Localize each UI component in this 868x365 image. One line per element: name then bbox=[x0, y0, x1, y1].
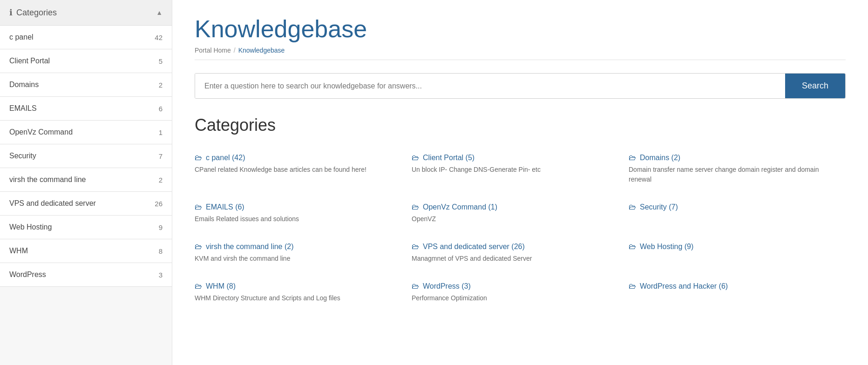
category-desc: KVM and virsh the command line bbox=[195, 254, 402, 264]
sidebar-item-count: 1 bbox=[159, 128, 163, 136]
category-link[interactable]: 🗁 Client Portal (5) bbox=[412, 154, 619, 162]
category-name: Web Hosting (9) bbox=[640, 243, 693, 251]
category-name: WordPress (3) bbox=[423, 282, 471, 291]
category-card: 🗁 WordPress (3) Performance Optimization bbox=[412, 275, 629, 314]
sidebar-item-label: WHM bbox=[9, 247, 28, 255]
categories-section-title: Categories bbox=[195, 115, 846, 135]
sidebar-item-label: EMAILS bbox=[9, 104, 37, 113]
folder-icon: 🗁 bbox=[629, 154, 636, 162]
category-card: 🗁 OpenVz Command (1) OpenVZ bbox=[412, 196, 629, 235]
folder-icon: 🗁 bbox=[629, 203, 636, 211]
category-name: EMAILS (6) bbox=[206, 203, 244, 211]
sidebar-item[interactable]: Web Hosting 9 bbox=[0, 216, 172, 239]
sidebar-item[interactable]: OpenVz Command 1 bbox=[0, 121, 172, 144]
sidebar-item[interactable]: WordPress 3 bbox=[0, 263, 172, 287]
sidebar-item-count: 5 bbox=[159, 57, 163, 65]
category-name: Domains (2) bbox=[640, 154, 680, 162]
sidebar-item[interactable]: c panel 42 bbox=[0, 26, 172, 49]
category-desc: WHM Directory Structure and Scripts and … bbox=[195, 293, 402, 303]
sidebar-item[interactable]: VPS and dedicated server 26 bbox=[0, 192, 172, 216]
sidebar-item-label: WordPress bbox=[9, 270, 46, 279]
sidebar-item-label: Security bbox=[9, 152, 36, 160]
folder-icon: 🗁 bbox=[412, 154, 419, 162]
sidebar-item-count: 7 bbox=[159, 152, 163, 160]
category-name: virsh the command line (2) bbox=[206, 243, 294, 251]
category-card: 🗁 Client Portal (5) Un block IP- Change … bbox=[412, 146, 629, 196]
sidebar-item-count: 2 bbox=[159, 81, 163, 89]
category-card: 🗁 WordPress and Hacker (6) bbox=[629, 275, 846, 314]
sidebar-item-label: Domains bbox=[9, 81, 39, 89]
category-link[interactable]: 🗁 Web Hosting (9) bbox=[629, 243, 836, 251]
sidebar-item-count: 42 bbox=[155, 34, 163, 41]
folder-icon: 🗁 bbox=[195, 243, 202, 251]
sidebar-item-count: 2 bbox=[159, 176, 163, 184]
category-desc: Un block IP- Change DNS-Generate Pin- et… bbox=[412, 165, 619, 175]
category-card: 🗁 Domains (2) Domain transfer name serve… bbox=[629, 146, 846, 196]
category-card: 🗁 Web Hosting (9) bbox=[629, 235, 846, 275]
category-link[interactable]: 🗁 WordPress and Hacker (6) bbox=[629, 282, 836, 291]
search-button[interactable]: Search bbox=[785, 74, 845, 98]
sidebar-item[interactable]: EMAILS 6 bbox=[0, 97, 172, 121]
folder-icon: 🗁 bbox=[629, 282, 636, 291]
folder-icon: 🗁 bbox=[412, 282, 419, 291]
sidebar-item-label: OpenVz Command bbox=[9, 128, 73, 136]
folder-icon: 🗁 bbox=[195, 154, 202, 162]
breadcrumb-current: Knowledgebase bbox=[238, 47, 285, 54]
category-link[interactable]: 🗁 WHM (8) bbox=[195, 282, 402, 291]
category-desc: Domain transfer name server change domai… bbox=[629, 165, 836, 184]
category-card: 🗁 c panel (42) CPanel related Knowledge … bbox=[195, 146, 412, 196]
category-link[interactable]: 🗁 EMAILS (6) bbox=[195, 203, 402, 211]
category-name: OpenVz Command (1) bbox=[423, 203, 497, 211]
sidebar-item-label: c panel bbox=[9, 33, 34, 41]
breadcrumb-home[interactable]: Portal Home bbox=[195, 47, 231, 54]
collapse-icon[interactable]: ▲ bbox=[156, 9, 163, 16]
folder-icon: 🗁 bbox=[195, 203, 202, 211]
category-name: VPS and dedicated server (26) bbox=[423, 243, 525, 251]
sidebar-item[interactable]: Domains 2 bbox=[0, 73, 172, 97]
category-desc: OpenVZ bbox=[412, 214, 619, 224]
breadcrumb-separator: / bbox=[234, 47, 236, 54]
category-name: Client Portal (5) bbox=[423, 154, 475, 162]
folder-icon: 🗁 bbox=[629, 243, 636, 251]
sidebar-items-list: c panel 42 Client Portal 5 Domains 2 EMA… bbox=[0, 26, 172, 287]
category-card: 🗁 VPS and dedicated server (26) Managmne… bbox=[412, 235, 629, 275]
category-desc: Emails Related issues and solutions bbox=[195, 214, 402, 224]
page-title: Knowledgebase bbox=[195, 15, 846, 43]
sidebar-item-label: Client Portal bbox=[9, 57, 50, 65]
folder-icon: 🗁 bbox=[412, 243, 419, 251]
category-link[interactable]: 🗁 virsh the command line (2) bbox=[195, 243, 402, 251]
category-desc: CPanel related Knowledge base articles c… bbox=[195, 165, 402, 175]
sidebar-item-count: 8 bbox=[159, 247, 163, 255]
sidebar-item[interactable]: WHM 8 bbox=[0, 239, 172, 263]
sidebar: ℹ Categories ▲ c panel 42 Client Portal … bbox=[0, 0, 172, 365]
category-card: 🗁 virsh the command line (2) KVM and vir… bbox=[195, 235, 412, 275]
folder-icon: 🗁 bbox=[412, 203, 419, 211]
category-link[interactable]: 🗁 Security (7) bbox=[629, 203, 836, 211]
category-name: c panel (42) bbox=[206, 154, 245, 162]
sidebar-item-count: 26 bbox=[155, 200, 163, 208]
search-input[interactable] bbox=[195, 74, 785, 98]
sidebar-header: ℹ Categories ▲ bbox=[0, 0, 172, 26]
sidebar-item[interactable]: Security 7 bbox=[0, 144, 172, 168]
category-link[interactable]: 🗁 VPS and dedicated server (26) bbox=[412, 243, 619, 251]
sidebar-header-title: ℹ Categories bbox=[9, 7, 57, 18]
sidebar-item-label: virsh the command line bbox=[9, 176, 86, 184]
sidebar-item[interactable]: Client Portal 5 bbox=[0, 49, 172, 73]
category-desc: Managmnet of VPS and dedicated Server bbox=[412, 254, 619, 264]
category-link[interactable]: 🗁 OpenVz Command (1) bbox=[412, 203, 619, 211]
category-card: 🗁 WHM (8) WHM Directory Structure and Sc… bbox=[195, 275, 412, 314]
category-link[interactable]: 🗁 Domains (2) bbox=[629, 154, 836, 162]
main-content: Knowledgebase Portal Home / Knowledgebas… bbox=[172, 0, 868, 365]
info-icon: ℹ bbox=[9, 7, 13, 18]
breadcrumb: Portal Home / Knowledgebase bbox=[195, 47, 846, 60]
search-bar: Search bbox=[195, 73, 846, 99]
category-desc: Performance Optimization bbox=[412, 293, 619, 303]
sidebar-item-label: Web Hosting bbox=[9, 223, 52, 231]
category-name: WHM (8) bbox=[206, 282, 236, 291]
category-card: 🗁 EMAILS (6) Emails Related issues and s… bbox=[195, 196, 412, 235]
sidebar-item[interactable]: virsh the command line 2 bbox=[0, 168, 172, 192]
category-link[interactable]: 🗁 c panel (42) bbox=[195, 154, 402, 162]
category-link[interactable]: 🗁 WordPress (3) bbox=[412, 282, 619, 291]
category-name: Security (7) bbox=[640, 203, 678, 211]
sidebar-title-label: Categories bbox=[16, 8, 57, 18]
